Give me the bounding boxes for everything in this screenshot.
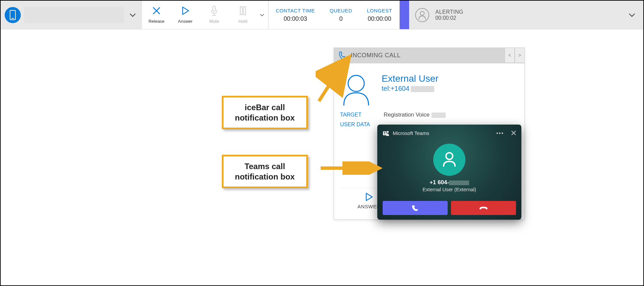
incoming-title: INCOMING CALL: [351, 52, 401, 59]
chevron-down-icon: [129, 11, 137, 19]
teams-call-toast: T Microsoft Teams ••• +1 604- External U…: [377, 125, 521, 220]
close-icon: [511, 131, 516, 135]
teams-buttons: [383, 201, 516, 215]
teams-number-prefix: +1 604-: [430, 179, 449, 186]
svg-point-6: [348, 75, 364, 91]
teams-avatar: [433, 144, 465, 176]
mute-button: Mute: [200, 3, 229, 24]
teams-decline-button[interactable]: [451, 201, 516, 215]
caller-info: External User tel:+1604: [382, 73, 439, 92]
person-icon: [341, 73, 371, 105]
stat-label: CONTACT TIME: [276, 8, 315, 13]
stat-queued: QUEUED 0: [322, 8, 360, 22]
alerting-avatar: [415, 8, 429, 22]
stats: CONTACT TIME 00:00:03 QUEUED 0 LONGEST 0…: [268, 1, 400, 29]
caller-tel-prefix: tel:+1604: [382, 85, 409, 92]
alerting-panel[interactable]: ALERTING 00:00:02: [409, 1, 643, 29]
stat-contact-time: CONTACT TIME 00:00:03: [268, 8, 322, 22]
release-button[interactable]: Release: [142, 3, 171, 24]
detail-key: TARGET: [340, 112, 384, 118]
caller-row: External User tel:+1604: [340, 73, 518, 105]
stat-label: QUEUED: [330, 8, 352, 13]
annotation-text: Teams call notification box: [235, 162, 295, 181]
alerting-title: ALERTING: [435, 9, 463, 15]
release-icon: [151, 6, 162, 16]
redacted: [449, 181, 469, 185]
teams-close-button[interactable]: [511, 129, 516, 137]
status-box[interactable]: [24, 7, 124, 23]
toolbar-left: [1, 1, 142, 29]
teams-more-button[interactable]: •••: [496, 130, 504, 136]
alerting-time: 00:00:02: [435, 15, 463, 21]
svg-rect-2: [213, 6, 215, 11]
stat-value: 00:00:00: [367, 15, 392, 22]
person-icon: [418, 11, 426, 19]
answer-button[interactable]: Answer: [171, 3, 200, 24]
svg-point-10: [446, 153, 453, 159]
alerting-dropdown[interactable]: [627, 11, 637, 19]
caller-avatar: [340, 73, 372, 105]
answer-icon: [365, 192, 373, 202]
annotation-teams: Teams call notification box: [222, 155, 308, 188]
hold-label: Hold: [239, 19, 248, 24]
phone-icon: [339, 51, 346, 60]
accent-bar: [400, 1, 409, 29]
phone-decline-icon: [478, 204, 489, 212]
phone-badge[interactable]: [5, 7, 21, 23]
chevron-down-icon: [259, 11, 265, 19]
stat-value: 0: [330, 15, 352, 22]
detail-target: TARGET Registration Voice: [340, 112, 518, 118]
status-dropdown[interactable]: [127, 11, 138, 19]
release-label: Release: [148, 19, 165, 24]
svg-point-5: [420, 11, 424, 15]
annotation-icebar: iceBar call notification box: [222, 96, 308, 129]
target-value-text: Registration Voice: [384, 112, 430, 118]
alerting-text: ALERTING 00:00:02: [435, 9, 463, 21]
incoming-header: INCOMING CALL: [334, 48, 524, 63]
teams-number: +1 604-: [383, 179, 516, 186]
answer-label: Answer: [178, 19, 192, 24]
caller-name: External User: [382, 73, 439, 84]
svg-rect-4: [244, 7, 246, 15]
teams-accept-button[interactable]: [383, 201, 448, 215]
detail-value: Registration Voice: [384, 112, 446, 118]
annotation-text: iceBar call notification box: [235, 103, 295, 122]
teams-brand: Microsoft Teams: [393, 130, 429, 136]
hold-button: Hold: [229, 3, 257, 24]
mute-icon: [210, 5, 218, 16]
nav-prev[interactable]: <: [505, 48, 515, 63]
redacted: [411, 86, 434, 92]
phone-accept-icon: [411, 204, 419, 212]
stat-longest: LONGEST 00:00:00: [360, 8, 399, 22]
actions-dropdown[interactable]: [257, 11, 268, 19]
nav-arrows: < >: [505, 48, 525, 63]
teams-icon: T: [383, 130, 389, 137]
svg-text:T: T: [384, 132, 386, 135]
nav-next[interactable]: >: [515, 48, 525, 63]
toolbar: Release Answer Mute Hold CONTACT TIME 00…: [1, 1, 643, 29]
call-actions: Release Answer Mute Hold: [142, 1, 268, 29]
svg-rect-3: [240, 7, 242, 15]
teams-caller: External User (External): [383, 187, 516, 192]
chevron-down-icon: [628, 11, 636, 19]
answer-icon: [181, 6, 190, 16]
svg-point-9: [387, 131, 389, 133]
teams-header: T Microsoft Teams •••: [383, 129, 516, 137]
phone-icon: [9, 10, 16, 20]
stat-value: 00:00:03: [276, 15, 315, 22]
caller-tel: tel:+1604: [382, 85, 439, 92]
person-icon: [441, 151, 458, 169]
redacted: [432, 113, 446, 118]
stat-label: LONGEST: [367, 8, 392, 13]
hold-icon: [239, 6, 247, 16]
mute-label: Mute: [209, 19, 219, 24]
